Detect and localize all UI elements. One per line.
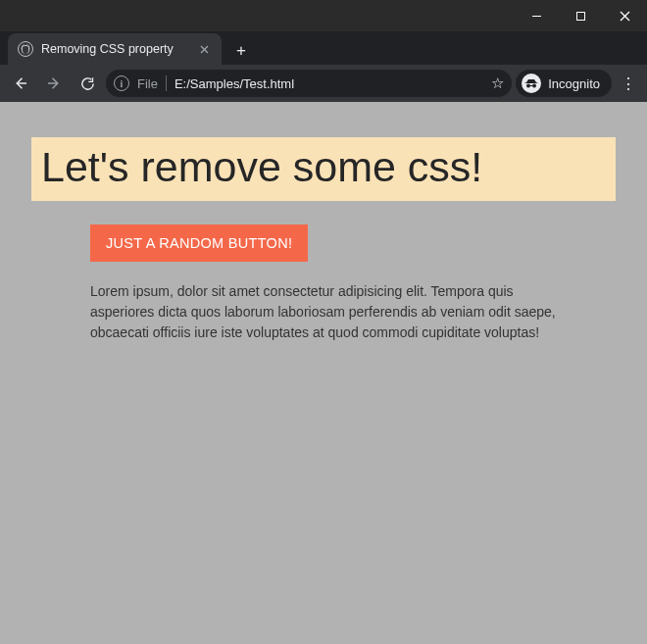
tab-title: Removing CSS property: [41, 42, 174, 56]
window-maximize-button[interactable]: [559, 0, 603, 31]
url-scheme-label: File: [137, 76, 158, 91]
window-close-button[interactable]: [603, 0, 647, 31]
svg-point-8: [526, 84, 530, 88]
incognito-label: Incognito: [548, 76, 600, 91]
incognito-icon: [522, 74, 541, 93]
site-info-icon[interactable]: i: [114, 75, 129, 91]
browser-menu-button[interactable]: ⋮: [616, 74, 641, 93]
url-path: E:/Samples/Test.html: [174, 76, 294, 91]
window-minimize-button[interactable]: [515, 0, 559, 31]
svg-rect-10: [530, 85, 532, 86]
incognito-indicator[interactable]: Incognito: [516, 70, 612, 97]
back-button[interactable]: [6, 69, 35, 98]
reload-button[interactable]: [73, 69, 102, 98]
new-tab-button[interactable]: +: [227, 37, 255, 65]
svg-rect-1: [577, 12, 585, 20]
url-separator: [166, 75, 167, 91]
page-heading: Let's remove some css!: [31, 137, 616, 201]
browser-toolbar: i File E:/Samples/Test.html ☆ Incognito …: [0, 65, 647, 102]
random-button[interactable]: JUST A RANDOM BUTTON!: [90, 224, 308, 262]
globe-icon: [18, 41, 33, 57]
browser-tabstrip: Removing CSS property +: [0, 31, 647, 65]
forward-button[interactable]: [39, 69, 69, 98]
svg-point-9: [532, 84, 536, 88]
page-viewport: Let's remove some css! JUST A RANDOM BUT…: [0, 102, 647, 644]
tab-close-button[interactable]: [196, 41, 212, 57]
browser-tab-active[interactable]: Removing CSS property: [8, 33, 222, 65]
address-bar[interactable]: i File E:/Samples/Test.html ☆: [106, 70, 512, 97]
body-paragraph: Lorem ipsum, dolor sit amet consectetur …: [90, 281, 569, 343]
window-titlebar: [0, 0, 647, 31]
page-content: JUST A RANDOM BUTTON! Lorem ipsum, dolor…: [90, 224, 569, 343]
bookmark-star-icon[interactable]: ☆: [491, 74, 504, 92]
